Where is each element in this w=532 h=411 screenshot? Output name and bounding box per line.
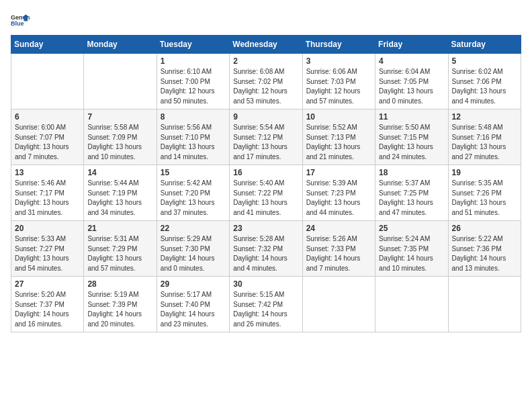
day-number: 2 bbox=[233, 56, 298, 66]
calendar-cell: 2Sunrise: 6:08 AM Sunset: 7:02 PM Daylig… bbox=[230, 54, 302, 109]
cell-info: Sunrise: 6:08 AM Sunset: 7:02 PM Dayligh… bbox=[233, 67, 298, 106]
cell-info: Sunrise: 5:19 AM Sunset: 7:39 PM Dayligh… bbox=[87, 290, 152, 329]
day-number: 22 bbox=[161, 224, 226, 233]
cell-info: Sunrise: 6:02 AM Sunset: 7:06 PM Dayligh… bbox=[452, 67, 517, 106]
week-row-2: 6Sunrise: 6:00 AM Sunset: 7:07 PM Daylig… bbox=[11, 109, 521, 165]
day-header-friday: Friday bbox=[375, 36, 448, 54]
day-number: 7 bbox=[87, 112, 152, 122]
calendar-cell bbox=[375, 277, 448, 332]
calendar-cell: 11Sunrise: 5:50 AM Sunset: 7:15 PM Dayli… bbox=[375, 109, 448, 165]
cell-info: Sunrise: 5:48 AM Sunset: 7:16 PM Dayligh… bbox=[452, 123, 517, 162]
day-number: 19 bbox=[452, 168, 517, 177]
cell-info: Sunrise: 6:04 AM Sunset: 7:05 PM Dayligh… bbox=[379, 67, 444, 106]
cell-info: Sunrise: 5:26 AM Sunset: 7:33 PM Dayligh… bbox=[306, 234, 371, 273]
cell-info: Sunrise: 5:29 AM Sunset: 7:30 PM Dayligh… bbox=[161, 234, 226, 273]
day-header-wednesday: Wednesday bbox=[230, 36, 302, 54]
cell-info: Sunrise: 5:39 AM Sunset: 7:23 PM Dayligh… bbox=[306, 179, 371, 218]
cell-info: Sunrise: 5:52 AM Sunset: 7:13 PM Dayligh… bbox=[306, 123, 371, 162]
cell-info: Sunrise: 5:44 AM Sunset: 7:19 PM Dayligh… bbox=[87, 179, 152, 218]
day-number: 17 bbox=[306, 168, 371, 177]
day-number: 11 bbox=[379, 112, 444, 122]
calendar-cell: 5Sunrise: 6:02 AM Sunset: 7:06 PM Daylig… bbox=[448, 54, 521, 109]
header: General Blue bbox=[11, 11, 521, 30]
calendar-cell: 18Sunrise: 5:37 AM Sunset: 7:25 PM Dayli… bbox=[375, 165, 448, 221]
cell-info: Sunrise: 5:42 AM Sunset: 7:20 PM Dayligh… bbox=[161, 179, 226, 218]
calendar-cell: 12Sunrise: 5:48 AM Sunset: 7:16 PM Dayli… bbox=[448, 109, 521, 165]
calendar-cell: 29Sunrise: 5:17 AM Sunset: 7:40 PM Dayli… bbox=[157, 277, 229, 332]
cell-info: Sunrise: 5:17 AM Sunset: 7:40 PM Dayligh… bbox=[161, 290, 226, 329]
day-number: 29 bbox=[161, 279, 226, 289]
calendar-cell bbox=[11, 54, 84, 109]
calendar-cell: 21Sunrise: 5:31 AM Sunset: 7:29 PM Dayli… bbox=[84, 221, 157, 277]
day-number: 14 bbox=[87, 168, 152, 177]
cell-info: Sunrise: 6:06 AM Sunset: 7:03 PM Dayligh… bbox=[306, 67, 371, 106]
calendar-cell: 15Sunrise: 5:42 AM Sunset: 7:20 PM Dayli… bbox=[157, 165, 229, 221]
day-number: 13 bbox=[15, 168, 80, 177]
day-number: 20 bbox=[15, 224, 80, 233]
calendar-cell: 14Sunrise: 5:44 AM Sunset: 7:19 PM Dayli… bbox=[84, 165, 157, 221]
day-number: 21 bbox=[87, 224, 152, 233]
cell-info: Sunrise: 5:20 AM Sunset: 7:37 PM Dayligh… bbox=[15, 290, 80, 329]
day-number: 1 bbox=[161, 56, 226, 66]
cell-info: Sunrise: 6:00 AM Sunset: 7:07 PM Dayligh… bbox=[15, 123, 80, 162]
day-number: 8 bbox=[161, 112, 226, 122]
cell-info: Sunrise: 5:40 AM Sunset: 7:22 PM Dayligh… bbox=[233, 179, 298, 218]
calendar-cell: 17Sunrise: 5:39 AM Sunset: 7:23 PM Dayli… bbox=[302, 165, 375, 221]
header-row: SundayMondayTuesdayWednesdayThursdayFrid… bbox=[11, 36, 521, 54]
day-number: 4 bbox=[379, 56, 444, 66]
calendar-cell: 24Sunrise: 5:26 AM Sunset: 7:33 PM Dayli… bbox=[302, 221, 375, 277]
week-row-5: 27Sunrise: 5:20 AM Sunset: 7:37 PM Dayli… bbox=[11, 277, 521, 332]
cell-info: Sunrise: 5:37 AM Sunset: 7:25 PM Dayligh… bbox=[379, 179, 444, 218]
cell-info: Sunrise: 5:46 AM Sunset: 7:17 PM Dayligh… bbox=[15, 179, 80, 218]
calendar-cell: 22Sunrise: 5:29 AM Sunset: 7:30 PM Dayli… bbox=[157, 221, 229, 277]
calendar-cell: 25Sunrise: 5:24 AM Sunset: 7:35 PM Dayli… bbox=[375, 221, 448, 277]
cell-info: Sunrise: 5:28 AM Sunset: 7:32 PM Dayligh… bbox=[233, 234, 298, 273]
calendar-cell: 4Sunrise: 6:04 AM Sunset: 7:05 PM Daylig… bbox=[375, 54, 448, 109]
calendar-cell: 30Sunrise: 5:15 AM Sunset: 7:42 PM Dayli… bbox=[230, 277, 302, 332]
calendar-cell: 20Sunrise: 5:33 AM Sunset: 7:27 PM Dayli… bbox=[11, 221, 84, 277]
cell-info: Sunrise: 6:10 AM Sunset: 7:00 PM Dayligh… bbox=[161, 67, 226, 106]
day-number: 24 bbox=[306, 224, 371, 233]
day-header-monday: Monday bbox=[84, 36, 157, 54]
cell-info: Sunrise: 5:54 AM Sunset: 7:12 PM Dayligh… bbox=[233, 123, 298, 162]
day-number: 12 bbox=[452, 112, 517, 122]
calendar-cell: 7Sunrise: 5:58 AM Sunset: 7:09 PM Daylig… bbox=[84, 109, 157, 165]
calendar-cell: 9Sunrise: 5:54 AM Sunset: 7:12 PM Daylig… bbox=[230, 109, 302, 165]
cell-info: Sunrise: 5:35 AM Sunset: 7:26 PM Dayligh… bbox=[452, 179, 517, 218]
cell-info: Sunrise: 5:58 AM Sunset: 7:09 PM Dayligh… bbox=[87, 123, 152, 162]
calendar-cell: 1Sunrise: 6:10 AM Sunset: 7:00 PM Daylig… bbox=[157, 54, 229, 109]
calendar-cell bbox=[448, 277, 521, 332]
calendar-cell: 23Sunrise: 5:28 AM Sunset: 7:32 PM Dayli… bbox=[230, 221, 302, 277]
calendar-cell: 6Sunrise: 6:00 AM Sunset: 7:07 PM Daylig… bbox=[11, 109, 84, 165]
calendar-cell: 13Sunrise: 5:46 AM Sunset: 7:17 PM Dayli… bbox=[11, 165, 84, 221]
day-number: 9 bbox=[233, 112, 298, 122]
calendar-table: SundayMondayTuesdayWednesdayThursdayFrid… bbox=[11, 35, 521, 332]
calendar-cell: 3Sunrise: 6:06 AM Sunset: 7:03 PM Daylig… bbox=[302, 54, 375, 109]
day-number: 3 bbox=[306, 56, 371, 66]
cell-info: Sunrise: 5:50 AM Sunset: 7:15 PM Dayligh… bbox=[379, 123, 444, 162]
day-number: 16 bbox=[233, 168, 298, 177]
day-header-tuesday: Tuesday bbox=[157, 36, 229, 54]
calendar-cell: 28Sunrise: 5:19 AM Sunset: 7:39 PM Dayli… bbox=[84, 277, 157, 332]
day-number: 6 bbox=[15, 112, 80, 122]
day-number: 18 bbox=[379, 168, 444, 177]
week-row-4: 20Sunrise: 5:33 AM Sunset: 7:27 PM Dayli… bbox=[11, 221, 521, 277]
day-number: 15 bbox=[161, 168, 226, 177]
day-number: 30 bbox=[233, 279, 298, 289]
day-header-thursday: Thursday bbox=[302, 36, 375, 54]
cell-info: Sunrise: 5:24 AM Sunset: 7:35 PM Dayligh… bbox=[379, 234, 444, 273]
cell-info: Sunrise: 5:33 AM Sunset: 7:27 PM Dayligh… bbox=[15, 234, 80, 273]
calendar-cell: 10Sunrise: 5:52 AM Sunset: 7:13 PM Dayli… bbox=[302, 109, 375, 165]
calendar-cell bbox=[84, 54, 157, 109]
calendar-cell: 19Sunrise: 5:35 AM Sunset: 7:26 PM Dayli… bbox=[448, 165, 521, 221]
calendar-cell: 16Sunrise: 5:40 AM Sunset: 7:22 PM Dayli… bbox=[230, 165, 302, 221]
cell-info: Sunrise: 5:31 AM Sunset: 7:29 PM Dayligh… bbox=[87, 234, 152, 273]
week-row-1: 1Sunrise: 6:10 AM Sunset: 7:00 PM Daylig… bbox=[11, 54, 521, 109]
week-row-3: 13Sunrise: 5:46 AM Sunset: 7:17 PM Dayli… bbox=[11, 165, 521, 221]
svg-text:Blue: Blue bbox=[11, 20, 24, 27]
day-number: 27 bbox=[15, 279, 80, 289]
day-number: 28 bbox=[87, 279, 152, 289]
day-number: 26 bbox=[452, 224, 517, 233]
day-header-sunday: Sunday bbox=[11, 36, 84, 54]
calendar-cell: 26Sunrise: 5:22 AM Sunset: 7:36 PM Dayli… bbox=[448, 221, 521, 277]
